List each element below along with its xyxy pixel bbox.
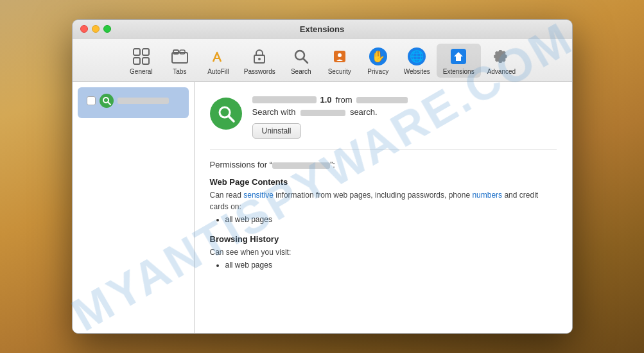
extension-name-blurred (117, 98, 169, 104)
search-engine-blurred (300, 110, 345, 116)
privacy-icon: ✋ (368, 46, 388, 67)
extension-checkbox[interactable] (87, 96, 96, 105)
autofill-icon (208, 46, 229, 67)
autofill-label: AutoFill (207, 68, 229, 75)
svg-rect-1 (134, 58, 140, 64)
svg-rect-3 (143, 58, 149, 64)
uninstall-button[interactable]: Uninstall (252, 123, 301, 139)
toolbar: General Tabs AutoFill (73, 39, 572, 82)
main-panel: 1.0 from Search with search. Uninstall (195, 82, 572, 333)
extension-title-row: 1.0 from (252, 95, 557, 105)
minimize-button[interactable] (92, 25, 100, 33)
svg-rect-0 (134, 49, 140, 55)
desc-after: information from web pages, including pa… (274, 191, 473, 200)
web-page-contents-list: all web pages (210, 215, 557, 224)
toolbar-item-security[interactable]: Security (320, 44, 359, 78)
permissions-label-text: Permissions for “ (210, 160, 273, 169)
maximize-button[interactable] (103, 25, 111, 33)
extension-icon (210, 98, 242, 130)
permissions-close-text: ”: (330, 160, 335, 169)
svg-line-17 (229, 116, 234, 121)
from-text: from (336, 95, 352, 105)
general-label: General (130, 68, 153, 75)
window: Extensions General (72, 19, 573, 334)
general-icon (131, 46, 152, 67)
search-with-label: Search with (252, 107, 296, 117)
browsing-history-section: Browsing History Can see when you visit:… (210, 234, 557, 270)
security-label: Security (328, 68, 351, 75)
extension-info: 1.0 from Search with search. Uninstall (252, 95, 557, 139)
toolbar-item-extensions[interactable]: Extensions (437, 44, 481, 78)
websites-icon: 🌐 (406, 46, 427, 67)
browsing-history-desc: Can see when you visit: (210, 246, 557, 258)
toolbar-item-advanced[interactable]: Advanced (481, 44, 522, 78)
svg-point-8 (258, 58, 261, 60)
search-label: Search (291, 68, 311, 75)
toolbar-item-general[interactable]: General (122, 44, 161, 78)
permissions-name-blurred (272, 162, 330, 169)
svg-line-15 (108, 102, 110, 105)
content-area: 1.0 from Search with search. Uninstall (73, 82, 572, 333)
svg-rect-2 (143, 49, 149, 55)
title-bar: Extensions (73, 20, 572, 39)
security-icon (329, 46, 350, 67)
desc-before: Can read (210, 191, 244, 200)
web-page-contents-desc: Can read sensitive information from web … (210, 189, 557, 212)
desc-highlight: sensitive (243, 191, 274, 200)
toolbar-item-websites[interactable]: 🌐 Websites (397, 44, 437, 78)
toolbar-item-passwords[interactable]: Passwords (238, 44, 282, 78)
browsing-history-title: Browsing History (210, 234, 557, 244)
sidebar-item-header (83, 91, 184, 110)
web-page-contents-title: Web Page Contents (210, 177, 557, 187)
window-title: Extensions (300, 24, 344, 34)
extensions-label: Extensions (443, 68, 474, 75)
extension-source-blurred (356, 97, 408, 103)
desc-highlight2: numbers (472, 191, 502, 200)
websites-label: Websites (404, 68, 430, 75)
tabs-icon (170, 46, 190, 67)
extension-name-blurred-large (252, 96, 317, 103)
extension-small-icon (100, 94, 114, 108)
toolbar-item-autofill[interactable]: AutoFill (199, 44, 238, 78)
extension-version: 1.0 (320, 95, 332, 105)
extension-header: 1.0 from Search with search. Uninstall (210, 95, 557, 139)
search-with-row: Search with search. (252, 107, 557, 117)
permissions-section: Permissions for “”: Web Page Contents Ca… (210, 160, 557, 270)
search-icon (291, 46, 311, 67)
tabs-label: Tabs (173, 68, 186, 75)
divider (210, 149, 557, 150)
search-suffix: search. (350, 107, 378, 117)
toolbar-item-search[interactable]: Search (282, 44, 320, 78)
advanced-label: Advanced (487, 68, 516, 75)
svg-line-10 (303, 58, 308, 63)
browsing-history-item-1: all web pages (225, 261, 557, 270)
browsing-history-list: all web pages (210, 261, 557, 270)
toolbar-item-privacy[interactable]: ✋ Privacy (359, 44, 397, 78)
passwords-label: Passwords (244, 68, 275, 75)
toolbar-item-tabs[interactable]: Tabs (161, 44, 199, 78)
passwords-icon (249, 46, 270, 67)
svg-point-12 (338, 53, 342, 57)
close-button[interactable] (80, 25, 88, 33)
sidebar-list-item[interactable] (78, 87, 189, 118)
advanced-icon (491, 46, 512, 67)
web-page-contents-section: Web Page Contents Can read sensitive inf… (210, 177, 557, 224)
sidebar (73, 82, 195, 333)
privacy-label: Privacy (367, 68, 388, 75)
web-page-contents-item-1: all web pages (225, 215, 557, 224)
extensions-icon (448, 46, 469, 67)
permissions-title: Permissions for “”: (210, 160, 557, 169)
traffic-lights (80, 25, 111, 33)
